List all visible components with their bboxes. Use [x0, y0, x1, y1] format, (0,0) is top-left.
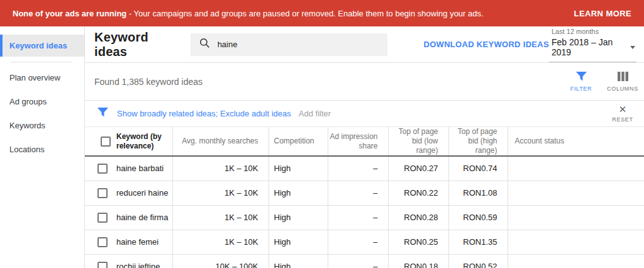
date-range-label: Last 12 months [552, 28, 635, 35]
sidebar: Keyword ideas Plan overview Ad groups Ke… [0, 26, 85, 268]
account-status-cell [508, 254, 644, 268]
page-title: Keyword ideas [94, 30, 180, 59]
competition-cell: High [269, 205, 328, 230]
row-checkbox[interactable] [97, 262, 108, 268]
columns-button[interactable]: COLUMNS [606, 70, 639, 93]
top-of-page-bid-low-cell: RON0.27 [388, 156, 448, 181]
table-tools: FILTER COLUMNS [565, 70, 639, 93]
keyword-cell: reduceri haine [113, 181, 172, 205]
learn-more-button[interactable]: LEARN MORE [569, 5, 636, 22]
main-content: Keyword ideas DOWNLOAD KEYWORD IDEAS Las… [85, 26, 644, 268]
keyword-row[interactable]: reduceri haine 1K – 10K High – RON0.22 R… [85, 181, 644, 205]
alert-banner: None of your ads are running - Your camp… [0, 0, 644, 26]
search-box[interactable] [191, 33, 387, 56]
ad-impression-share-cell: – [328, 181, 388, 205]
banner-message: None of your ads are running - Your camp… [13, 9, 569, 18]
ad-impression-share-cell: – [328, 230, 388, 254]
competition-cell: High [269, 181, 328, 205]
keyword-table-body: haine barbati 1K – 10K High – RON0.27 RO… [85, 156, 644, 268]
top-of-page-bid-high-cell: RON0.59 [448, 205, 508, 230]
keyword-row[interactable]: rochii ieftine 10K – 100K High – RON0.18… [85, 254, 644, 268]
header-top-of-page-bid-low[interactable]: Top of page bid (low range) [388, 127, 448, 156]
select-all-checkbox[interactable] [101, 137, 111, 147]
row-checkbox[interactable] [97, 213, 108, 223]
keyword-row[interactable]: haine de firma 1K – 10K High – RON0.28 R… [85, 205, 644, 230]
sidebar-item-plan-overview[interactable]: Plan overview [0, 65, 84, 89]
keyword-cell: haine de firma [113, 205, 172, 230]
avg-monthly-searches-cell: 1K – 10K [172, 205, 269, 230]
header-avg-monthly-searches[interactable]: Avg. monthly searches [172, 127, 269, 156]
banner-message-rest: - Your campaigns and ad groups are pause… [126, 9, 483, 18]
keyword-row[interactable]: haine barbati 1K – 10K High – RON0.27 RO… [85, 156, 644, 181]
keyword-table: Keyword (by relevance) Avg. monthly sear… [85, 127, 644, 268]
sidebar-item-keyword-ideas[interactable]: Keyword ideas [0, 35, 84, 57]
top-of-page-bid-high-cell: RON1.08 [448, 181, 508, 205]
competition-cell: High [269, 156, 328, 181]
sidebar-item-ad-groups[interactable]: Ad groups [0, 89, 84, 113]
columns-button-label: COLUMNS [607, 86, 638, 92]
date-range-selector[interactable]: Last 12 months Feb 2018 – Jan 2019 [549, 26, 636, 62]
columns-icon [617, 72, 629, 83]
results-bar: Found 1,385 keyword ideas FILTER [85, 63, 644, 101]
close-icon: ✕ [619, 105, 627, 114]
header-account-status[interactable]: Account status [508, 127, 644, 156]
account-status-cell [508, 230, 644, 254]
chevron-down-icon [630, 46, 635, 49]
ad-impression-share-cell: – [328, 156, 388, 181]
top-of-page-bid-high-cell: RON0.74 [448, 156, 508, 181]
keyword-cell: haine femei [113, 230, 172, 254]
search-icon [199, 38, 218, 51]
row-checkbox[interactable] [97, 237, 108, 247]
found-count: Found 1,385 keyword ideas [94, 77, 203, 87]
date-range-value: Feb 2018 – Jan 2019 [552, 37, 630, 57]
filter-bar: Show broadly related ideas; Exclude adul… [85, 101, 644, 127]
download-keyword-ideas-button[interactable]: DOWNLOAD KEYWORD IDEAS [424, 40, 549, 49]
top-of-page-bid-high-cell: RON0.52 [448, 254, 508, 268]
row-checkbox[interactable] [97, 188, 108, 198]
top-of-page-bid-low-cell: RON0.18 [388, 254, 448, 268]
sidebar-divider [11, 62, 72, 62]
competition-cell: High [269, 254, 328, 268]
avg-monthly-searches-cell: 1K – 10K [172, 181, 269, 205]
sidebar-item-keywords[interactable]: Keywords [0, 113, 84, 137]
account-status-cell [508, 156, 644, 181]
ad-impression-share-cell: – [328, 205, 388, 230]
account-status-cell [508, 181, 644, 205]
keyword-table-header: Keyword (by relevance) Avg. monthly sear… [85, 127, 644, 156]
body-wrap: Keyword ideas Plan overview Ad groups Ke… [0, 26, 644, 268]
applied-filters-link[interactable]: Show broadly related ideas; Exclude adul… [117, 109, 291, 118]
header-competition[interactable]: Competition [269, 127, 328, 156]
top-of-page-bid-low-cell: RON0.28 [388, 205, 448, 230]
avg-monthly-searches-cell: 1K – 10K [172, 156, 269, 181]
keyword-row[interactable]: haine femei 1K – 10K High – RON0.25 RON1… [85, 230, 644, 254]
filter-button[interactable]: FILTER [565, 70, 597, 93]
avg-monthly-searches-cell: 1K – 10K [172, 230, 269, 254]
filter-icon [576, 72, 587, 83]
keyword-cell: haine barbati [113, 156, 172, 181]
filter-button-label: FILTER [570, 86, 592, 92]
avg-monthly-searches-cell: 10K – 100K [172, 254, 269, 268]
ad-impression-share-cell: – [328, 254, 388, 268]
keyword-search-input[interactable] [218, 40, 381, 49]
reset-filters-button[interactable]: ✕ RESET [606, 104, 639, 124]
keyword-planner-page: None of your ads are running - Your camp… [0, 0, 644, 268]
sidebar-item-locations[interactable]: Locations [0, 137, 84, 161]
applied-filter-icon [97, 108, 117, 120]
topbar: Keyword ideas DOWNLOAD KEYWORD IDEAS Las… [85, 26, 644, 63]
top-of-page-bid-high-cell: RON1.35 [448, 230, 508, 254]
reset-button-label: RESET [612, 116, 633, 123]
keyword-cell: rochii ieftine [113, 254, 172, 268]
header-keyword[interactable]: Keyword (by relevance) [113, 127, 172, 156]
header-top-of-page-bid-high[interactable]: Top of page bid (high range) [448, 127, 508, 156]
competition-cell: High [269, 230, 328, 254]
top-of-page-bid-low-cell: RON0.25 [388, 230, 448, 254]
banner-message-bold: None of your ads are running [13, 9, 126, 18]
account-status-cell [508, 205, 644, 230]
add-filter-button[interactable]: Add filter [299, 109, 331, 118]
row-checkbox[interactable] [97, 164, 108, 174]
top-of-page-bid-low-cell: RON0.22 [388, 181, 448, 205]
header-ad-impression-share[interactable]: Ad impression share [328, 127, 388, 156]
